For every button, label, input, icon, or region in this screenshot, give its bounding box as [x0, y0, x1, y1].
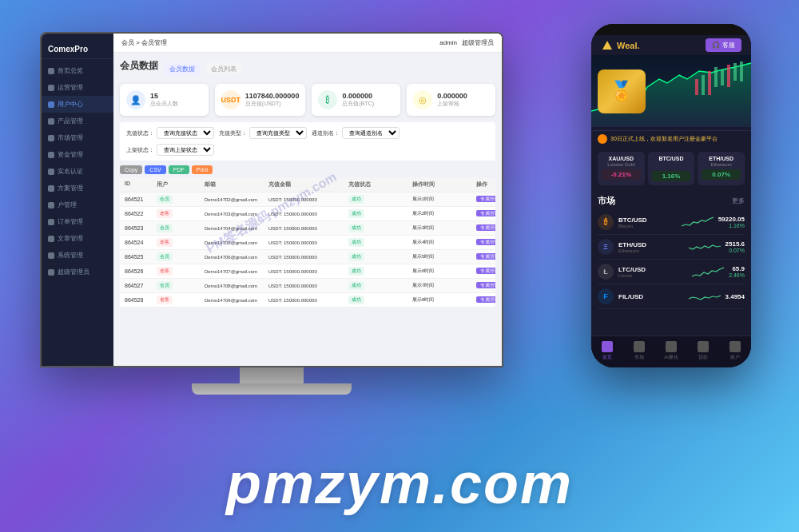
- loan-nav-icon: [698, 341, 709, 352]
- home-icon: [48, 68, 54, 74]
- admin-content: 会员数据 会员数据 会员列表 👤 15 总会员人数: [113, 53, 502, 366]
- table-row: 864528 老客 Demo14709@gmail.com USDT: 1500…: [120, 293, 495, 308]
- action-button[interactable]: 专属管理: [476, 196, 495, 202]
- monitor-stand-base: [192, 383, 352, 395]
- market-card-name-0: London Gold: [602, 162, 641, 167]
- eth-change: 0.07%: [725, 248, 745, 253]
- tab-member-data[interactable]: 会员数据: [165, 63, 200, 75]
- action-button[interactable]: 专属管理: [476, 239, 495, 245]
- table-row: 864527 会员 Demo14708@gmail.com USDT: 1500…: [120, 279, 495, 293]
- filter-select-status[interactable]: 查询充值状态: [157, 127, 214, 139]
- cell-amount: USDT: 150000.000000: [268, 212, 348, 216]
- status-badge: 成功: [348, 195, 364, 204]
- sidebar-item-finance[interactable]: 资金管理: [42, 146, 113, 163]
- nav-item-home[interactable]: 首页: [591, 341, 623, 361]
- filter-select-channel[interactable]: 查询通道别名: [342, 127, 400, 139]
- action-button[interactable]: 专属管理: [476, 296, 495, 303]
- nav-item-account[interactable]: 账户: [719, 341, 751, 361]
- ticker-icon: [598, 134, 607, 144]
- monitor-stand-neck: [240, 367, 304, 383]
- eth-price-info: 2515.6 0.07%: [725, 240, 745, 253]
- cell-amount: USDT: 150000.000000: [268, 269, 348, 274]
- nav-item-ai[interactable]: AI量化: [655, 341, 687, 361]
- sidebar-item-orders[interactable]: 订单管理: [42, 213, 113, 230]
- cell-action[interactable]: 专属管理: [476, 196, 495, 203]
- nav-item-market[interactable]: 市场: [623, 341, 655, 361]
- sidebar-item-articles[interactable]: 文章管理: [42, 230, 113, 247]
- tab-member-list[interactable]: 会员列表: [206, 63, 241, 75]
- cell-action[interactable]: 专属管理: [476, 282, 495, 289]
- market-row-eth[interactable]: Ξ ETH/USD Ethereum 2515.6 0.07%: [598, 235, 745, 260]
- stats-row: 👤 15 总会员人数 USDT 1107840.000000 总充值(USDT): [120, 84, 495, 116]
- cell-action[interactable]: 专属管理: [476, 268, 495, 275]
- nav-label-ai: AI量化: [664, 354, 678, 361]
- filter-label-4: 上架状态：: [126, 146, 154, 154]
- filter-select-type[interactable]: 查询充值类型: [249, 127, 307, 139]
- sidebar-item-super-admin[interactable]: 超级管理员: [42, 264, 113, 280]
- sidebar-item-plan[interactable]: 方案管理: [42, 180, 113, 197]
- account-icon: [48, 202, 54, 208]
- stat-info-btc: 0.000000 总充值(BTC): [342, 92, 394, 108]
- ltc-mini-chart: [692, 264, 724, 279]
- csv-button[interactable]: CSV: [145, 165, 165, 174]
- market-row-ltc[interactable]: Ł LTC/USD Litcoin 65.9 2.46%: [598, 260, 745, 284]
- market-card-name-2: Ethereum: [702, 162, 741, 167]
- sidebar-item-products[interactable]: 产品管理: [42, 113, 113, 129]
- nav-label-loan: 贷款: [698, 354, 708, 361]
- section-more-button[interactable]: 更多: [732, 197, 745, 205]
- cell-action[interactable]: 专属管理: [476, 296, 495, 304]
- sidebar-item-verify[interactable]: 实名认证: [42, 163, 113, 180]
- phone-header: Weal. 🎧 客服: [591, 35, 751, 55]
- market-row-fil[interactable]: F FIL/USD 3.4954: [598, 284, 745, 309]
- market-card-xauusd[interactable]: XAU/USD London Gold -0.21%: [598, 152, 645, 185]
- market-cards: XAU/USD London Gold -0.21% BTC/USD 1.16%…: [591, 147, 751, 190]
- market-card-ethusd[interactable]: ETH/USD Ethereum 0.07%: [698, 152, 745, 185]
- sidebar-item-operations[interactable]: 运营管理: [42, 79, 113, 96]
- action-button[interactable]: 专属管理: [476, 253, 495, 260]
- btc-coin-info: BTC/USD Bitcoin: [618, 216, 677, 228]
- cell-id: 864521: [125, 197, 157, 202]
- filter-label-2: 充值类型：: [219, 129, 247, 137]
- phone-bottom-nav: 首页 市场 AI量化 贷款 账户: [591, 335, 751, 367]
- filter-recharge-type: 充值类型： 查询充值类型: [219, 127, 307, 139]
- cell-action[interactable]: 专属管理: [476, 253, 495, 260]
- sidebar-item-label: 产品管理: [58, 117, 83, 125]
- members-icon: 👤: [126, 90, 145, 109]
- phone-screen: Weal. 🎧 客服: [591, 24, 751, 367]
- action-button[interactable]: 专属管理: [476, 210, 495, 216]
- col-status: 充值状态: [348, 181, 412, 189]
- cell-action[interactable]: 专属管理: [476, 224, 495, 232]
- header-right: admin 超级管理员: [439, 38, 494, 47]
- sidebar-item-home[interactable]: 首页总览: [42, 62, 113, 79]
- cell-id: 864522: [125, 211, 157, 216]
- market-row-btc[interactable]: ₿ BTC/USD Bitcoin 59220.05 1.16%: [598, 210, 745, 235]
- cell-amount: USDT: 150000.000000: [268, 284, 348, 288]
- header-user: admin: [439, 39, 457, 46]
- service-button[interactable]: 🎧 客服: [706, 38, 741, 52]
- nav-label-home: 首页: [602, 354, 612, 361]
- action-button[interactable]: 专属管理: [476, 224, 495, 231]
- market-card-btcusd[interactable]: BTC/USD 1.16%: [648, 152, 695, 185]
- sidebar-item-system[interactable]: 系统管理: [42, 247, 113, 264]
- action-button[interactable]: 专属管理: [476, 268, 495, 274]
- col-email: 邮箱: [205, 181, 268, 189]
- cell-action[interactable]: 专属管理: [476, 239, 495, 246]
- nav-item-loan[interactable]: 贷款: [687, 341, 719, 361]
- sidebar-item-market[interactable]: 市场管理: [42, 129, 113, 146]
- monitor-screen: ComexPro 首页总览 运营管理 用户中心 产品管理: [40, 32, 503, 367]
- filter-select-publish[interactable]: 查询上架状态: [157, 144, 214, 156]
- filter-recharge-status: 充值状态： 查询充值状态: [126, 127, 214, 139]
- sidebar-item-label: 订单管理: [58, 217, 83, 226]
- admin-ui: ComexPro 首页总览 运营管理 用户中心 产品管理: [42, 34, 502, 366]
- print-button[interactable]: Print: [192, 165, 213, 174]
- sidebar-item-users[interactable]: 用户中心: [42, 96, 113, 113]
- user-tag: 老客: [157, 267, 173, 276]
- action-button[interactable]: 专属管理: [476, 282, 495, 288]
- market-section: 市场 更多 ₿ BTC/USD Bitcoin 59220.05 1.1: [591, 190, 751, 335]
- sidebar-item-account[interactable]: 户管理: [42, 197, 113, 213]
- usdt-icon: USDT: [221, 90, 240, 109]
- copy-button[interactable]: Copy: [120, 165, 142, 174]
- phone-logo: Weal.: [601, 39, 640, 52]
- pdf-button[interactable]: PDF: [169, 165, 189, 174]
- cell-action[interactable]: 专属管理: [476, 210, 495, 217]
